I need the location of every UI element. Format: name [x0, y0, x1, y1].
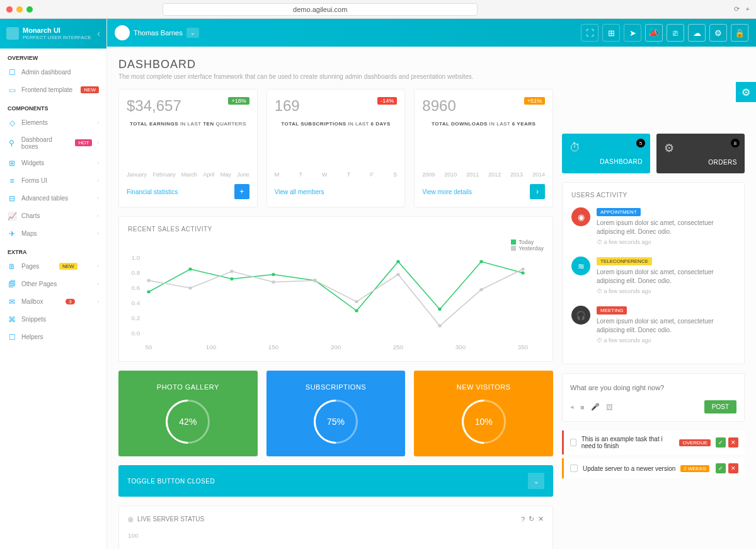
close-icon[interactable]: ✕ [538, 515, 544, 523]
svg-point-20 [438, 308, 442, 311]
refresh-icon[interactable]: ↻ [529, 515, 534, 523]
task-row: Update server to a newer version 2 WEEKS… [562, 458, 745, 478]
sidebar-item-helpers[interactable]: ☐Helpers [0, 328, 106, 346]
badge-new: NEW [59, 263, 77, 270]
reload-icon[interactable]: ⟳ [734, 5, 740, 13]
svg-point-18 [355, 309, 358, 313]
sidebar-item-charts[interactable]: 📈Charts› [0, 207, 106, 225]
gear-icon[interactable]: ⚙ [709, 24, 727, 42]
legend: Today Yesterday [511, 239, 544, 251]
page-subtitle: The most complete user interface framewo… [118, 73, 553, 80]
tile-title: PHOTO GALLERY [131, 383, 245, 391]
close-dot[interactable] [6, 6, 13, 13]
sidebar-item-snippets[interactable]: ⌘Snippets [0, 311, 106, 328]
svg-point-15 [230, 277, 234, 280]
svg-text:200: 200 [331, 344, 341, 350]
megaphone-icon[interactable]: 📣 [645, 24, 663, 42]
helpers-icon: ☐ [8, 333, 16, 342]
sidebar-item-elements[interactable]: ◇Elements› [0, 114, 106, 132]
svg-point-16 [272, 273, 275, 276]
svg-point-31 [479, 288, 483, 291]
nav-section-overview: OVERVIEW [0, 49, 106, 64]
chevron-down-icon[interactable]: ⌄ [186, 28, 199, 38]
svg-text:100: 100 [128, 532, 139, 538]
tile-circle: 42% [166, 400, 210, 444]
sidebar-item-boxes[interactable]: ⚲Dashboard boxesHOT› [0, 132, 106, 154]
user-name: Thomas Barnes [134, 29, 183, 37]
widgets-icon: ⊞ [8, 159, 16, 168]
task-done-button[interactable]: ✓ [716, 463, 726, 473]
stat-link[interactable]: View all members [275, 188, 324, 195]
grid-icon[interactable]: ⊞ [602, 24, 620, 42]
activity-text: Lorem ipsum dolor sic amet, consectetuer… [597, 317, 735, 335]
stat-action-button[interactable]: › [530, 184, 545, 199]
svg-point-26 [272, 280, 275, 284]
sidebar-item-frontend[interactable]: ▭Frontend templateNEW [0, 81, 106, 99]
settings-float-button[interactable]: ⚙ [736, 82, 756, 102]
maximize-dot[interactable] [26, 6, 33, 13]
chevron-right-icon: › [97, 178, 99, 183]
task-delete-button[interactable]: ✕ [728, 437, 738, 448]
activity-item: ≋ TELECONFERENCE Lorem ipsum dolor sic a… [571, 257, 735, 294]
chevron-right-icon: › [97, 120, 99, 125]
svg-point-13 [147, 291, 151, 294]
stat-link[interactable]: Financial statistics [127, 188, 178, 195]
tables-icon: ⊟ [8, 194, 16, 203]
toggle-bar[interactable]: TOGGLE BUTTON CLOSED ⌄ [118, 465, 553, 497]
nav-section-extra: EXTRA [0, 243, 106, 258]
minimize-dot[interactable] [16, 6, 23, 13]
mic-icon[interactable]: 🎤 [591, 403, 600, 411]
sliders-icon[interactable]: ⎚ [667, 24, 684, 42]
video-icon[interactable]: ■ [580, 403, 585, 411]
other-icon: 🗐 [8, 280, 16, 289]
task-delete-button[interactable]: ✕ [728, 463, 738, 473]
task-checkbox[interactable] [570, 465, 578, 472]
sidebar-item-tables[interactable]: ⊟Advanced tables› [0, 190, 106, 207]
sidebar-item-other-pages[interactable]: 🗐Other Pages› [0, 275, 106, 293]
sidebar-collapse-button[interactable]: ‹ [97, 28, 100, 38]
chevron-down-icon[interactable]: ⌄ [528, 473, 544, 489]
pages-icon: 🗎 [8, 262, 16, 271]
send-icon[interactable]: ➤ [624, 24, 641, 42]
sidebar-item-mailbox[interactable]: ✉Mailbox3› [0, 293, 106, 311]
tile[interactable]: PHOTO GALLERY42% [118, 371, 258, 456]
sidebar-item-pages[interactable]: 🗎PagesNEW› [0, 258, 106, 275]
tile[interactable]: NEW VISITORS10% [414, 371, 553, 456]
server-title: LIVE SERVER STATUS [137, 516, 204, 523]
sidebar-item-admin-dashboard[interactable]: ☐Admin dashboard [0, 64, 106, 81]
stat-action-button[interactable]: › [382, 184, 397, 199]
add-icon[interactable]: + [746, 5, 750, 13]
url-bar[interactable]: demo.agileui.com [163, 3, 478, 16]
svg-text:0.2: 0.2 [132, 315, 140, 321]
image-icon[interactable]: 🖼 [606, 403, 613, 411]
tile-circle: 75% [314, 400, 358, 444]
activity-time: ⏱ a few seconds ago [597, 239, 735, 245]
sidebar-item-maps[interactable]: ✈Maps› [0, 225, 106, 243]
lock-icon[interactable]: 🔒 [731, 24, 748, 42]
tile[interactable]: SUBSCRIPTIONS75% [266, 371, 406, 456]
user-chip[interactable]: Thomas Barnes ⌄ [115, 25, 199, 40]
activity-icon: ◉ [571, 207, 590, 226]
cloud-icon[interactable]: ☁ [688, 24, 706, 42]
tab-card[interactable]: ⏱5DASHBOARD [562, 134, 650, 173]
stat-link[interactable]: View more details [422, 188, 472, 195]
task-done-button[interactable]: ✓ [716, 437, 726, 448]
activity-item: 🎧 MEETING Lorem ipsum dolor sic amet, co… [571, 306, 735, 344]
charts-icon: 📈 [8, 212, 16, 221]
activity-tag: TELECONFERENCE [597, 257, 652, 265]
sidebar-item-widgets[interactable]: ⊞Widgets› [0, 154, 106, 172]
sidebar-item-forms[interactable]: ≡Forms UI› [0, 172, 106, 190]
help-icon[interactable]: ? [521, 516, 525, 523]
svg-point-14 [188, 268, 192, 271]
compose-input[interactable] [570, 381, 736, 394]
tile-circle: 10% [462, 400, 506, 444]
task-checkbox[interactable] [570, 439, 576, 446]
svg-text:0.4: 0.4 [132, 299, 140, 306]
post-button[interactable]: POST [704, 400, 736, 413]
tab-card[interactable]: ⚙8ORDERS [656, 134, 745, 173]
expand-icon[interactable]: ⛶ [581, 24, 598, 42]
attach-icon[interactable]: ◂ [570, 403, 574, 411]
stat-action-button[interactable]: + [234, 184, 249, 199]
activity-time: ⏱ a few seconds ago [597, 288, 735, 294]
svg-text:350: 350 [518, 344, 529, 350]
